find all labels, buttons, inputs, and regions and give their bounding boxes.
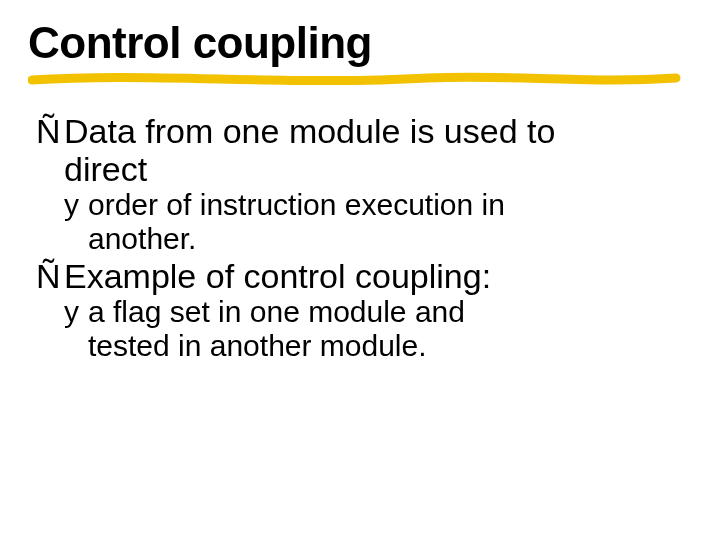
bullet-item: Ñ Data from one module is used to bbox=[36, 112, 692, 150]
bullet-text: Data from one module is used to bbox=[64, 112, 692, 150]
title-underline bbox=[28, 70, 692, 88]
sub-bullet-text: a flag set in one module and bbox=[88, 295, 465, 329]
bullet-text: Example of control coupling: bbox=[64, 257, 692, 295]
sub-bullet-text-cont: tested in another module. bbox=[36, 329, 692, 363]
slide: Control coupling Ñ Data from one module … bbox=[0, 0, 720, 540]
sub-bullet-item: y order of instruction execution in bbox=[36, 188, 692, 222]
sub-bullet-marker: y bbox=[64, 188, 84, 222]
sub-bullet-item: y a flag set in one module and bbox=[36, 295, 692, 329]
bullet-marker: Ñ bbox=[36, 257, 62, 295]
slide-body: Ñ Data from one module is used to direct… bbox=[28, 112, 692, 363]
bullet-marker: Ñ bbox=[36, 112, 62, 150]
sub-bullet-marker: y bbox=[64, 295, 84, 329]
sub-bullet-text: order of instruction execution in bbox=[88, 188, 505, 222]
bullet-item: Ñ Example of control coupling: bbox=[36, 257, 692, 295]
bullet-block: Ñ Data from one module is used to direct… bbox=[36, 112, 692, 255]
slide-title: Control coupling bbox=[28, 18, 372, 74]
sub-bullet-text-cont: another. bbox=[36, 222, 692, 256]
bullet-text-cont: direct bbox=[36, 150, 692, 188]
bullet-block: Ñ Example of control coupling: y a flag … bbox=[36, 257, 692, 362]
